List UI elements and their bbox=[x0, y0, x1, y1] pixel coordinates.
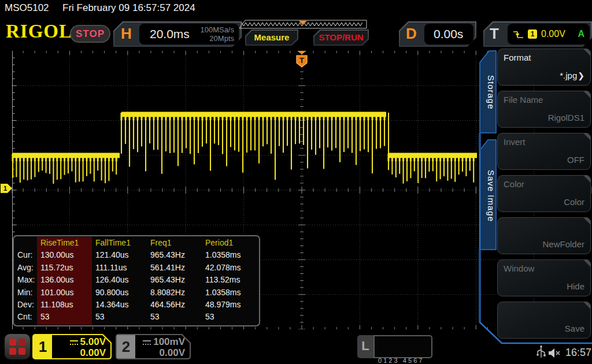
timebase-box: 20.0ms 100MSa/s 20Mpts bbox=[139, 24, 239, 44]
logic-channels-badge[interactable]: L 0 1 2 3 4 5 6 7 8 9 1011 12131415 bbox=[357, 335, 432, 358]
datetime-text: Fri February 09 16:57:57 2024 bbox=[62, 2, 195, 14]
menu-item-new-folder[interactable]: NewFolder bbox=[497, 217, 591, 254]
meas-value: 111.11us bbox=[92, 263, 147, 275]
trigger-edge-icon bbox=[513, 29, 524, 39]
meas-value: 121.40us bbox=[92, 250, 147, 262]
meas-value: 1.0358ms bbox=[202, 250, 257, 262]
meas-value: 48.979ms bbox=[202, 300, 257, 312]
meas-value: 53 bbox=[202, 312, 257, 324]
oscilloscope-screen: MSO5102 Fri February 09 16:57:57 2024 RI… bbox=[0, 0, 592, 364]
menu-item-file-name[interactable]: File Name RigolDS1 bbox=[497, 91, 591, 128]
measurement-panel: RiseTime1 FallTime1 Freq1 Period1 Cur: 1… bbox=[13, 235, 260, 326]
save-menu-sidebar: Storage Save Image Format *.jpg❯ File Na… bbox=[478, 46, 592, 364]
channel2-badge[interactable]: 2 100mV 0.00V bbox=[116, 334, 191, 359]
meas-col-falltime[interactable]: FallTime1 bbox=[92, 238, 147, 250]
run-state-badge: STOP bbox=[70, 25, 110, 43]
trigger-settings-button[interactable]: T 1 0.00V A bbox=[483, 21, 592, 47]
row-label: Max: bbox=[14, 275, 37, 287]
trigger-box: 1 0.00V A bbox=[508, 24, 590, 44]
red-square-icon bbox=[9, 339, 16, 346]
row-label: Min: bbox=[14, 288, 37, 300]
meas-value: 53 bbox=[92, 312, 147, 324]
meas-value: 101.00us bbox=[37, 288, 92, 300]
waveform-overview-strip[interactable] bbox=[238, 20, 368, 29]
channel1-offset: 0.00V bbox=[52, 347, 106, 358]
sample-rate: 100MSa/s bbox=[200, 25, 234, 34]
channel2-number: 2 bbox=[117, 335, 135, 358]
channel1-scale: 5.00V bbox=[80, 336, 106, 347]
horizontal-label: H bbox=[121, 25, 132, 43]
row-label: Dev: bbox=[14, 300, 37, 312]
measurement-table: RiseTime1 FallTime1 Freq1 Period1 Cur: 1… bbox=[14, 236, 259, 325]
trigger-source-badge: 1 bbox=[528, 29, 537, 39]
meas-value: 965.43Hz bbox=[147, 250, 202, 262]
dc-coupling-icon bbox=[143, 340, 151, 345]
title-bar: MSO5102 Fri February 09 16:57:57 2024 bbox=[0, 0, 592, 16]
delay-label: D bbox=[406, 25, 417, 43]
delay-box: 0.00s bbox=[424, 24, 473, 44]
red-square-icon bbox=[18, 339, 25, 346]
meas-value: 8.8082Hz bbox=[147, 288, 202, 300]
row-label: Cur: bbox=[14, 250, 37, 262]
menu-item-window[interactable]: Window Hide bbox=[497, 259, 591, 296]
timebase-value: 20.0ms bbox=[150, 27, 190, 41]
meas-col-period[interactable]: Period1 bbox=[202, 238, 257, 250]
submenu-arrow-icon: ❯ bbox=[578, 71, 584, 80]
meas-value: 1.0358ms bbox=[202, 288, 257, 300]
stop-run-button[interactable]: STOP/RUN bbox=[313, 29, 369, 46]
logic-channel-numbers: 0 1 2 3 4 5 6 7 8 9 1011 12131415 bbox=[373, 335, 432, 358]
channel2-scale: 100mV bbox=[153, 336, 185, 347]
meas-value: 42.078ms bbox=[202, 263, 257, 275]
meas-value: 14.364us bbox=[92, 300, 147, 312]
meas-value: 53 bbox=[37, 312, 92, 324]
function-navigator-button[interactable] bbox=[5, 334, 30, 359]
menu-item-invert[interactable]: Invert OFF bbox=[497, 133, 591, 170]
trigger-level-value: 0.00V bbox=[541, 29, 565, 39]
delay-settings-button[interactable]: D 0.00s bbox=[399, 21, 476, 47]
rigol-logo: RIGOL bbox=[6, 21, 72, 42]
sidebar-tab-storage[interactable]: Storage bbox=[481, 52, 496, 133]
svg-text:T: T bbox=[299, 56, 304, 65]
logic-label: L bbox=[357, 335, 373, 358]
meas-value: 130.00us bbox=[37, 250, 92, 262]
measure-button[interactable]: Measure bbox=[245, 29, 298, 46]
sidebar-tab-save-image[interactable]: Save Image bbox=[481, 142, 496, 250]
channel1-badge[interactable]: 1 5.00V 0.00V bbox=[32, 334, 112, 359]
meas-value: 464.56Hz bbox=[147, 300, 202, 312]
trigger-label: T bbox=[490, 25, 499, 43]
memory-depth: 20Mpts bbox=[200, 34, 234, 43]
meas-value: 136.00us bbox=[37, 275, 92, 287]
menu-item-color[interactable]: Color Color bbox=[497, 175, 591, 212]
meas-value: 90.800us bbox=[92, 288, 147, 300]
meas-value: 53 bbox=[147, 312, 202, 324]
row-label: Cnt: bbox=[14, 312, 37, 324]
horizontal-settings-button[interactable]: H 20.0ms 100MSa/s 20Mpts bbox=[113, 21, 242, 47]
channel2-offset: 0.00V bbox=[135, 347, 185, 358]
model-name: MSO5102 bbox=[5, 2, 49, 14]
meas-value: 11.108us bbox=[37, 300, 92, 312]
menu-item-save[interactable]: Save bbox=[497, 302, 591, 339]
channel1-level-marker-icon[interactable]: 1 bbox=[0, 183, 13, 194]
row-label: Avg: bbox=[14, 263, 37, 275]
meas-value: 115.72us bbox=[37, 263, 92, 275]
red-square-icon bbox=[18, 348, 25, 355]
menu-item-format[interactable]: Format *.jpg❯ bbox=[497, 49, 591, 86]
meas-value: 126.40us bbox=[92, 275, 147, 287]
meas-value: 561.41Hz bbox=[147, 263, 202, 275]
meas-value: 113.52ms bbox=[202, 275, 257, 287]
trigger-position-marker-icon: T bbox=[297, 51, 307, 67]
meas-value: 965.43Hz bbox=[147, 275, 202, 287]
meas-col-freq[interactable]: Freq1 bbox=[147, 238, 202, 250]
svg-text:1: 1 bbox=[3, 185, 7, 192]
channel1-number: 1 bbox=[34, 335, 52, 358]
red-square-icon bbox=[9, 348, 16, 355]
dc-coupling-icon bbox=[70, 340, 78, 345]
trigger-mode-auto: A bbox=[578, 29, 584, 39]
acquisition-info: 100MSa/s 20Mpts bbox=[200, 25, 234, 43]
meas-col-risetime[interactable]: RiseTime1 bbox=[37, 238, 92, 250]
delay-value: 0.00s bbox=[434, 27, 463, 41]
